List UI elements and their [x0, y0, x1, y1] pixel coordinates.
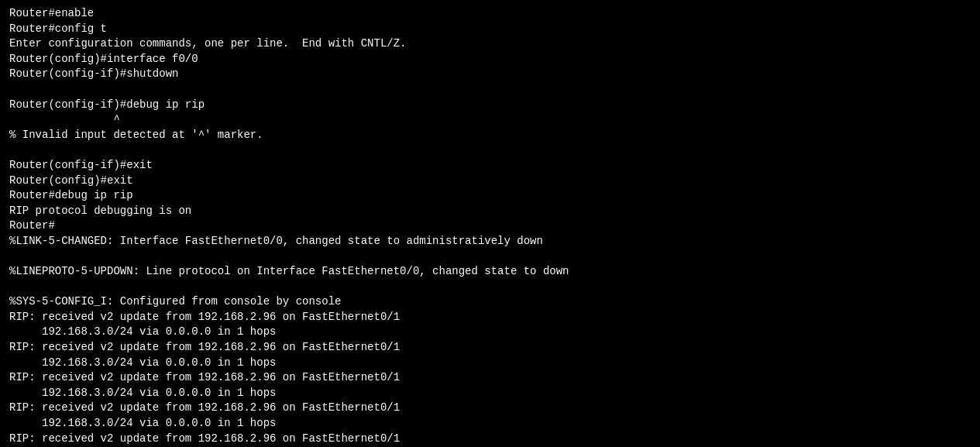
terminal-output: Router#enable Router#config t Enter conf… — [9, 6, 971, 447]
